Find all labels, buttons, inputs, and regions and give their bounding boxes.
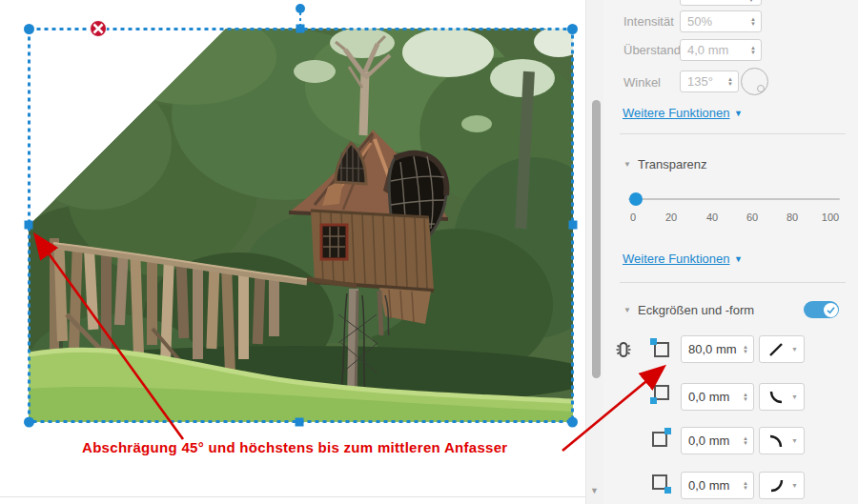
- chevron-down-icon: ▼: [747, 0, 755, 4]
- tick-label: 40: [706, 212, 718, 223]
- more-functions-link[interactable]: Weitere Funktionen: [623, 252, 730, 266]
- chevron-down-icon: ▼: [791, 393, 798, 400]
- corner-indicator-bottom-left: [650, 383, 671, 404]
- spinner-icon[interactable]: ▲▼: [743, 480, 748, 491]
- partial-combobox[interactable]: ▼: [680, 0, 762, 6]
- chevron-down-icon[interactable]: ▼: [734, 254, 743, 264]
- corner-shape-dropdown-bottom-left[interactable]: ▼: [759, 383, 805, 411]
- curve-shape-icon: [767, 477, 785, 494]
- toggle-knob: [824, 303, 838, 317]
- corner-indicator-top-right: [650, 428, 671, 449]
- angle-dial[interactable]: [741, 68, 768, 95]
- tick-label: 60: [746, 212, 758, 223]
- intensity-label: Intensität: [623, 14, 674, 29]
- tick-label: 0: [630, 212, 636, 223]
- photo-with-selection: [0, 0, 585, 504]
- divider: [620, 282, 846, 283]
- corner-indicator-top-left: [650, 338, 671, 359]
- handle-top-right[interactable]: [567, 24, 578, 34]
- bevel-shape-icon: [767, 341, 785, 358]
- collapse-triangle-icon[interactable]: ▼: [623, 306, 631, 314]
- corner-origin-marker-icon[interactable]: [91, 21, 107, 37]
- curve-shape-icon: [767, 433, 785, 450]
- overhang-input[interactable]: 4,0 mm ▲▼: [680, 39, 762, 61]
- document-canvas[interactable]: [0, 0, 585, 504]
- corner-size-input-top-right[interactable]: 0,0 mm ▲▼: [681, 427, 754, 454]
- corner-section-toggle[interactable]: [804, 301, 839, 318]
- curve-shape-icon: [767, 389, 785, 406]
- unlink-icon[interactable]: [613, 339, 634, 360]
- angle-input[interactable]: 135° ▲▼: [680, 71, 739, 92]
- handle-bottom-left[interactable]: [24, 417, 34, 428]
- collapse-triangle-icon[interactable]: ▼: [623, 160, 631, 169]
- angle-dial-dot: [757, 85, 765, 92]
- transparency-slider-track[interactable]: [628, 198, 840, 200]
- corner-shape-dropdown-top-right[interactable]: ▼: [759, 427, 805, 454]
- spinner-icon[interactable]: ▲▼: [750, 45, 756, 55]
- chevron-down-icon[interactable]: ▼: [734, 109, 743, 118]
- annotation-text: Abschrägung 45° und höchstens bis zum mi…: [82, 439, 508, 455]
- spinner-icon[interactable]: ▲▼: [743, 344, 748, 354]
- spinner-icon[interactable]: ▲▼: [750, 16, 756, 27]
- transparency-title: Transparenz: [638, 157, 707, 171]
- corner-size-input-top-left[interactable]: 80,0 mm ▲▼: [681, 335, 754, 363]
- angle-label: Winkel: [623, 75, 661, 90]
- chevron-down-icon: ▼: [791, 437, 798, 444]
- tick-label: 20: [665, 212, 677, 223]
- properties-panel: ▼ Intensität 50% ▲▼ Überstand 4,0 mm ▲▼ …: [603, 0, 858, 504]
- handle-left-middle[interactable]: [25, 221, 33, 230]
- spinner-icon[interactable]: ▲▼: [727, 76, 733, 87]
- chevron-down-icon: ▼: [791, 346, 798, 353]
- intensity-input[interactable]: 50% ▲▼: [680, 10, 762, 32]
- corner-shape-dropdown-bottom-right[interactable]: ▼: [759, 472, 805, 499]
- rotation-handle[interactable]: [296, 4, 305, 13]
- scrollbar-down-arrow-icon[interactable]: ▼: [590, 486, 599, 495]
- handle-top-left[interactable]: [24, 24, 34, 34]
- spinner-icon[interactable]: ▲▼: [743, 392, 748, 402]
- transparency-slider-thumb[interactable]: [629, 192, 643, 206]
- corner-shape-dropdown-top-left[interactable]: ▼: [759, 335, 805, 363]
- corner-indicator-bottom-right: [650, 473, 671, 494]
- more-functions-link[interactable]: Weitere Funktionen: [623, 106, 730, 120]
- divider: [620, 133, 846, 134]
- tick-label: 80: [786, 212, 798, 223]
- handle-right-middle[interactable]: [569, 221, 578, 230]
- app-window: Abschrägung 45° und höchstens bis zum mi…: [0, 0, 858, 504]
- corner-size-input-bottom-left[interactable]: 0,0 mm ▲▼: [681, 383, 754, 411]
- vertical-scrollbar[interactable]: ▼: [585, 0, 603, 504]
- treehouse-photo[interactable]: [0, 10, 585, 422]
- chevron-down-icon: ▼: [791, 482, 798, 489]
- tick-label: 100: [822, 212, 839, 223]
- handle-bottom-middle[interactable]: [296, 418, 304, 427]
- overhang-label: Überstand: [623, 43, 681, 57]
- corner-section-title: Eckgrößen und -form: [638, 303, 754, 317]
- scrollbar-thumb[interactable]: [592, 100, 601, 378]
- spinner-icon[interactable]: ▲▼: [743, 435, 748, 446]
- handle-bottom-right[interactable]: [567, 417, 578, 428]
- canvas-bottom-divider: [0, 496, 585, 497]
- check-icon: [824, 303, 838, 317]
- corner-size-input-bottom-right[interactable]: 0,0 mm ▲▼: [681, 472, 754, 499]
- handle-top-middle[interactable]: [296, 25, 305, 33]
